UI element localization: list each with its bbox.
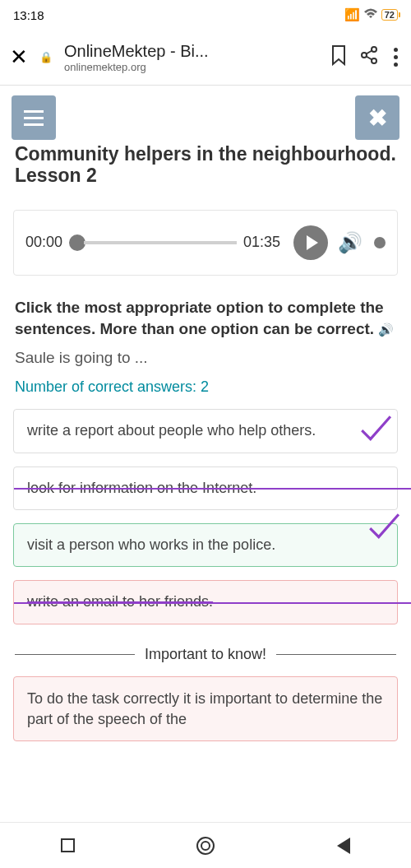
checkmark-icon [366,509,400,549]
page-url: onlinemektep.org [64,61,318,73]
correct-count: Number of correct answers: 2 [0,378,411,404]
volume-icon[interactable]: 🔊 [338,231,363,254]
task-instruction: Click the most appropriate option to com… [0,287,411,344]
signal-icon: 📶 [344,7,360,22]
strike-line [14,488,411,490]
volume-slider[interactable] [374,237,386,248]
important-header: Important to know! [145,646,266,664]
nav-home-icon[interactable] [196,837,215,855]
audio-progress[interactable] [69,234,237,251]
checkmark-icon [358,411,392,451]
audio-total-time: 01:35 [243,234,280,251]
page-title: OnlineMektep - Bi... [64,42,318,61]
close-panel-button[interactable]: ✖ [355,95,399,140]
more-icon[interactable] [390,48,401,67]
status-time: 13:18 [13,8,44,22]
svg-point-2 [372,58,376,63]
svg-point-1 [362,53,367,58]
nav-back-icon[interactable] [337,838,350,854]
wifi-icon [363,8,378,22]
lock-icon: 🔒 [39,51,53,63]
divider [276,654,396,655]
answer-option[interactable]: write a report about people who help oth… [13,409,398,453]
play-button[interactable] [293,225,328,260]
task-stem: Saule is going to ... [0,344,411,378]
strike-line [14,602,411,604]
svg-point-0 [372,47,376,52]
answer-option[interactable]: look for information on the Internet. [13,466,398,510]
share-icon[interactable] [359,45,379,70]
answer-option[interactable]: write an email to her friends. [13,580,398,624]
bookmark-icon[interactable] [330,44,348,71]
close-icon: ✖ [368,104,387,132]
important-note: To do the task correctly it is important… [13,676,398,741]
speaker-icon[interactable]: 🔊 [378,323,394,337]
battery-icon: 72 [381,9,398,21]
answer-option[interactable]: visit a person who works in the police. [13,523,398,567]
option-text: write a report about people who help oth… [27,422,316,439]
svg-line-3 [367,50,372,53]
close-icon[interactable]: ✕ [10,44,28,70]
divider [15,654,135,655]
nav-recent-icon[interactable] [61,838,75,852]
hamburger-icon [24,110,44,126]
audio-player: 00:00 01:35 🔊 [13,210,398,276]
lesson-title: Community helpers in the neighbourhood. … [0,140,411,198]
svg-line-4 [367,56,372,59]
option-text: visit a person who works in the police. [27,536,275,553]
status-icons: 📶 72 [344,7,398,22]
play-icon [307,235,318,250]
audio-current-time: 00:00 [25,234,62,251]
menu-button[interactable] [12,95,56,140]
